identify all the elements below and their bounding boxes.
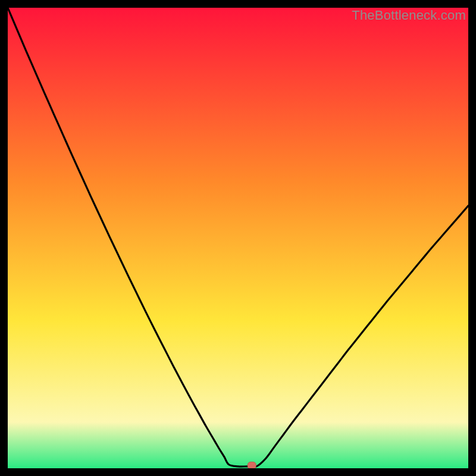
watermark-label: TheBottleneck.com [352, 8, 466, 23]
chart-frame: TheBottleneck.com [8, 8, 468, 468]
gradient-background [8, 8, 468, 468]
optimal-point-marker [248, 462, 256, 468]
chart-svg [8, 8, 468, 468]
